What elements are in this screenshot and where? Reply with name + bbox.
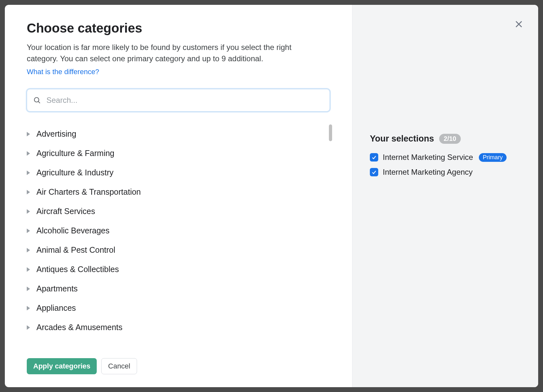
chevron-right-icon (27, 325, 30, 330)
category-label: Aircraft Services (36, 207, 95, 216)
selections-count-badge: 2/10 (439, 134, 461, 144)
svg-line-1 (38, 101, 40, 103)
modal-title: Choose categories (27, 21, 333, 35)
chevron-right-icon (27, 151, 30, 156)
category-item[interactable]: Aircraft Services (27, 202, 323, 221)
search-input[interactable] (27, 89, 330, 112)
category-label: Animal & Pest Control (36, 245, 115, 255)
category-item[interactable]: Air Charters & Transportation (27, 182, 323, 202)
category-item[interactable]: Advertising (27, 124, 323, 144)
close-button[interactable] (512, 18, 525, 31)
category-label: Alcoholic Beverages (36, 226, 110, 235)
search-icon (33, 96, 41, 104)
selections-header: Your selections 2/10 (370, 134, 519, 144)
category-label: Apartments (36, 284, 78, 293)
close-icon (514, 19, 524, 29)
chevron-right-icon (27, 171, 30, 175)
primary-badge: Primary (479, 153, 507, 162)
category-label: Agriculture & Industry (36, 168, 114, 177)
right-panel: Your selections 2/10 Internet Marketing … (352, 5, 538, 387)
category-label: Appliances (36, 303, 76, 313)
category-item[interactable]: Agriculture & Farming (27, 144, 323, 163)
category-modal: Choose categories Your location is far m… (5, 5, 538, 387)
category-item[interactable]: Apartments (27, 279, 323, 299)
chevron-right-icon (27, 306, 30, 310)
check-icon (371, 169, 377, 175)
selection-label: Internet Marketing Service (383, 153, 473, 162)
selections-title: Your selections (370, 134, 434, 144)
scrollbar-thumb[interactable] (329, 124, 332, 141)
cancel-button[interactable]: Cancel (101, 358, 137, 374)
check-icon (371, 154, 377, 160)
svg-point-0 (35, 97, 39, 102)
chevron-right-icon (27, 190, 30, 194)
chevron-right-icon (27, 229, 30, 233)
selection-item: Internet Marketing Agency (370, 168, 519, 177)
modal-subtitle: Your location is far more likely to be f… (27, 42, 323, 64)
selection-label: Internet Marketing Agency (383, 168, 473, 177)
left-panel: Choose categories Your location is far m… (5, 5, 352, 387)
chevron-right-icon (27, 248, 30, 252)
selection-item: Internet Marketing ServicePrimary (370, 153, 519, 162)
category-item[interactable]: Animal & Pest Control (27, 240, 323, 260)
category-label: Agriculture & Farming (36, 149, 114, 158)
help-link[interactable]: What is the difference? (27, 68, 333, 76)
modal-footer: Apply categories Cancel (27, 358, 333, 374)
selection-checkbox[interactable] (370, 168, 378, 176)
chevron-right-icon (27, 287, 30, 291)
selection-checkbox[interactable] (370, 153, 378, 162)
category-item[interactable]: Antiques & Collectibles (27, 260, 323, 279)
category-item[interactable]: Alcoholic Beverages (27, 221, 323, 240)
category-item[interactable]: Appliances (27, 299, 323, 318)
category-label: Arcades & Amusements (36, 323, 123, 332)
chevron-right-icon (27, 267, 30, 272)
category-label: Air Charters & Transportation (36, 187, 141, 197)
category-list[interactable]: AdvertisingAgriculture & FarmingAgricult… (27, 124, 333, 348)
category-label: Antiques & Collectibles (36, 265, 119, 274)
selections-list: Internet Marketing ServicePrimaryInterne… (370, 153, 519, 177)
category-label: Advertising (36, 129, 76, 139)
category-item[interactable]: Agriculture & Industry (27, 163, 323, 182)
chevron-right-icon (27, 132, 30, 136)
category-item[interactable]: Arcades & Amusements (27, 318, 323, 337)
chevron-right-icon (27, 209, 30, 214)
search-wrap (27, 89, 333, 112)
apply-button[interactable]: Apply categories (27, 358, 97, 374)
